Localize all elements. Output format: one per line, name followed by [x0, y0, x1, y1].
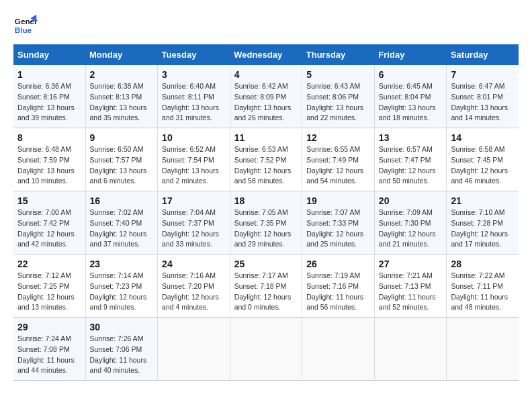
day-info: Sunrise: 6:53 AM Sunset: 7:52 PM Dayligh…	[234, 144, 298, 187]
day-number: 12	[306, 132, 370, 143]
day-cell	[447, 318, 519, 381]
day-number: 4	[234, 69, 298, 80]
day-number: 8	[17, 132, 81, 143]
col-header-tuesday: Tuesday	[158, 44, 230, 65]
day-number: 6	[379, 69, 443, 80]
day-info: Sunrise: 7:14 AM Sunset: 7:23 PM Dayligh…	[90, 271, 154, 313]
day-info: Sunrise: 7:10 AM Sunset: 7:28 PM Dayligh…	[451, 208, 515, 250]
day-info: Sunrise: 7:19 AM Sunset: 7:16 PM Dayligh…	[306, 271, 370, 313]
day-info: Sunrise: 6:55 AM Sunset: 7:49 PM Dayligh…	[306, 144, 370, 187]
calendar-table: SundayMondayTuesdayWednesdayThursdayFrid…	[13, 44, 519, 381]
day-cell: 25Sunrise: 7:17 AM Sunset: 7:18 PM Dayli…	[230, 255, 302, 318]
day-number: 14	[451, 132, 515, 143]
day-number: 30	[90, 322, 154, 332]
day-info: Sunrise: 7:04 AM Sunset: 7:37 PM Dayligh…	[162, 208, 226, 250]
week-row-5: 29Sunrise: 7:24 AM Sunset: 7:08 PM Dayli…	[13, 318, 519, 381]
day-cell: 26Sunrise: 7:19 AM Sunset: 7:16 PM Dayli…	[302, 255, 375, 318]
day-info: Sunrise: 7:17 AM Sunset: 7:18 PM Dayligh…	[234, 271, 298, 313]
day-info: Sunrise: 7:00 AM Sunset: 7:42 PM Dayligh…	[17, 208, 81, 250]
day-cell: 9Sunrise: 6:50 AM Sunset: 7:57 PM Daylig…	[85, 128, 158, 191]
day-number: 2	[90, 69, 154, 80]
day-info: Sunrise: 7:16 AM Sunset: 7:20 PM Dayligh…	[162, 271, 226, 313]
svg-text:Blue: Blue	[15, 26, 32, 34]
day-cell: 11Sunrise: 6:53 AM Sunset: 7:52 PM Dayli…	[230, 128, 302, 191]
week-row-3: 15Sunrise: 7:00 AM Sunset: 7:42 PM Dayli…	[13, 191, 519, 255]
day-number: 29	[17, 322, 81, 332]
day-cell: 12Sunrise: 6:55 AM Sunset: 7:49 PM Dayli…	[302, 128, 375, 191]
day-cell: 30Sunrise: 7:26 AM Sunset: 7:06 PM Dayli…	[85, 318, 158, 381]
day-info: Sunrise: 6:57 AM Sunset: 7:47 PM Dayligh…	[379, 144, 443, 187]
day-number: 19	[306, 195, 370, 206]
day-info: Sunrise: 6:58 AM Sunset: 7:45 PM Dayligh…	[451, 144, 515, 187]
day-number: 18	[234, 195, 298, 206]
day-cell: 17Sunrise: 7:04 AM Sunset: 7:37 PM Dayli…	[158, 191, 230, 255]
day-info: Sunrise: 7:07 AM Sunset: 7:33 PM Dayligh…	[306, 208, 370, 250]
day-number: 7	[451, 69, 515, 80]
day-number: 24	[162, 259, 226, 269]
day-number: 23	[90, 259, 154, 269]
day-info: Sunrise: 6:52 AM Sunset: 7:54 PM Dayligh…	[162, 144, 226, 187]
day-number: 16	[90, 195, 154, 206]
col-header-saturday: Saturday	[447, 44, 519, 65]
day-number: 11	[234, 132, 298, 143]
day-number: 1	[17, 69, 81, 80]
day-cell: 14Sunrise: 6:58 AM Sunset: 7:45 PM Dayli…	[447, 128, 519, 191]
day-number: 10	[162, 132, 226, 143]
page-header: General Blue	[13, 13, 519, 38]
day-number: 20	[379, 195, 443, 206]
week-row-4: 22Sunrise: 7:12 AM Sunset: 7:25 PM Dayli…	[13, 255, 519, 318]
day-info: Sunrise: 6:38 AM Sunset: 8:13 PM Dayligh…	[90, 81, 154, 124]
day-cell: 20Sunrise: 7:09 AM Sunset: 7:30 PM Dayli…	[374, 191, 447, 255]
day-info: Sunrise: 6:40 AM Sunset: 8:11 PM Dayligh…	[162, 81, 226, 124]
day-number: 21	[451, 195, 515, 206]
day-cell: 8Sunrise: 6:48 AM Sunset: 7:59 PM Daylig…	[13, 128, 85, 191]
day-cell	[158, 318, 230, 381]
day-number: 9	[90, 132, 154, 143]
day-info: Sunrise: 7:02 AM Sunset: 7:40 PM Dayligh…	[90, 208, 154, 250]
day-cell: 2Sunrise: 6:38 AM Sunset: 8:13 PM Daylig…	[85, 65, 158, 128]
day-number: 26	[306, 259, 370, 269]
day-number: 13	[379, 132, 443, 143]
day-cell: 6Sunrise: 6:45 AM Sunset: 8:04 PM Daylig…	[374, 65, 447, 128]
day-cell: 24Sunrise: 7:16 AM Sunset: 7:20 PM Dayli…	[158, 255, 230, 318]
col-header-thursday: Thursday	[302, 44, 375, 65]
day-cell: 1Sunrise: 6:36 AM Sunset: 8:16 PM Daylig…	[13, 65, 85, 128]
day-cell: 21Sunrise: 7:10 AM Sunset: 7:28 PM Dayli…	[447, 191, 519, 255]
day-info: Sunrise: 7:26 AM Sunset: 7:06 PM Dayligh…	[90, 334, 154, 376]
day-cell: 29Sunrise: 7:24 AM Sunset: 7:08 PM Dayli…	[13, 318, 85, 381]
day-cell: 10Sunrise: 6:52 AM Sunset: 7:54 PM Dayli…	[158, 128, 230, 191]
day-cell: 5Sunrise: 6:43 AM Sunset: 8:06 PM Daylig…	[302, 65, 375, 128]
day-info: Sunrise: 6:36 AM Sunset: 8:16 PM Dayligh…	[17, 81, 81, 124]
day-number: 28	[451, 259, 515, 269]
day-cell: 7Sunrise: 6:47 AM Sunset: 8:01 PM Daylig…	[447, 65, 519, 128]
col-header-wednesday: Wednesday	[230, 44, 302, 65]
day-info: Sunrise: 6:48 AM Sunset: 7:59 PM Dayligh…	[17, 144, 81, 187]
day-info: Sunrise: 7:21 AM Sunset: 7:13 PM Dayligh…	[379, 271, 443, 313]
day-cell: 18Sunrise: 7:05 AM Sunset: 7:35 PM Dayli…	[230, 191, 302, 255]
day-cell: 19Sunrise: 7:07 AM Sunset: 7:33 PM Dayli…	[302, 191, 375, 255]
day-cell: 4Sunrise: 6:42 AM Sunset: 8:09 PM Daylig…	[230, 65, 302, 128]
day-cell: 23Sunrise: 7:14 AM Sunset: 7:23 PM Dayli…	[85, 255, 158, 318]
day-number: 25	[234, 259, 298, 269]
day-number: 3	[162, 69, 226, 80]
col-header-monday: Monday	[85, 44, 158, 65]
day-cell: 13Sunrise: 6:57 AM Sunset: 7:47 PM Dayli…	[374, 128, 447, 191]
day-cell: 15Sunrise: 7:00 AM Sunset: 7:42 PM Dayli…	[13, 191, 85, 255]
day-info: Sunrise: 7:24 AM Sunset: 7:08 PM Dayligh…	[17, 334, 81, 376]
day-info: Sunrise: 6:47 AM Sunset: 8:01 PM Dayligh…	[451, 81, 515, 124]
day-cell	[374, 318, 447, 381]
day-cell: 16Sunrise: 7:02 AM Sunset: 7:40 PM Dayli…	[85, 191, 158, 255]
day-number: 5	[306, 69, 370, 80]
day-cell	[230, 318, 302, 381]
day-info: Sunrise: 6:43 AM Sunset: 8:06 PM Dayligh…	[306, 81, 370, 124]
week-row-1: 1Sunrise: 6:36 AM Sunset: 8:16 PM Daylig…	[13, 65, 519, 128]
week-row-2: 8Sunrise: 6:48 AM Sunset: 7:59 PM Daylig…	[13, 128, 519, 191]
day-cell: 22Sunrise: 7:12 AM Sunset: 7:25 PM Dayli…	[13, 255, 85, 318]
day-info: Sunrise: 7:12 AM Sunset: 7:25 PM Dayligh…	[17, 271, 81, 313]
day-info: Sunrise: 6:45 AM Sunset: 8:04 PM Dayligh…	[379, 81, 443, 124]
logo: General Blue	[13, 13, 38, 38]
day-number: 15	[17, 195, 81, 206]
day-cell: 27Sunrise: 7:21 AM Sunset: 7:13 PM Dayli…	[374, 255, 447, 318]
day-number: 22	[17, 259, 81, 269]
day-cell: 3Sunrise: 6:40 AM Sunset: 8:11 PM Daylig…	[158, 65, 230, 128]
